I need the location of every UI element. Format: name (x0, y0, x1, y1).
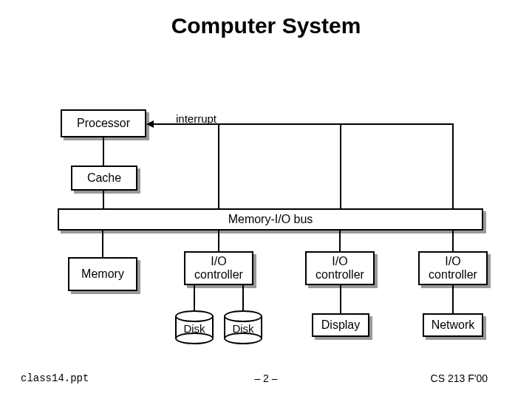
interrupt-branch-h (173, 123, 454, 125)
memory-bus-line (102, 231, 103, 257)
display-io-line (340, 285, 341, 313)
disk-1: Disk (175, 310, 214, 344)
footer-course: CS 213 F'00 (431, 372, 488, 384)
memory-box: Memory (68, 257, 137, 291)
cache-box: Cache (71, 166, 137, 191)
interrupt-arrow-icon (146, 120, 154, 128)
disk1-io-line (194, 285, 195, 312)
display-box: Display (312, 313, 369, 337)
io-controller-3: I/O controller (418, 251, 488, 285)
interrupt-v-io3 (452, 123, 454, 208)
disk-1-label: Disk (175, 322, 214, 335)
bus-box: Memory-I/O bus (58, 208, 483, 231)
interrupt-trunk (218, 123, 219, 208)
io-controller-1: I/O controller (184, 251, 253, 285)
network-box: Network (423, 313, 483, 337)
disk2-io-line (242, 285, 244, 312)
interrupt-v-io2 (340, 123, 341, 208)
io2-bus-line (339, 231, 341, 251)
disk-2: Disk (224, 310, 262, 344)
cache-bus-line (103, 191, 104, 208)
processor-box: Processor (61, 109, 146, 137)
proc-cache-line (103, 137, 104, 166)
io1-bus-line (218, 231, 219, 251)
network-io-line (452, 285, 454, 313)
interrupt-line (154, 123, 173, 125)
io-controller-2: I/O controller (305, 251, 375, 285)
io3-bus-line (452, 231, 454, 251)
disk-2-label: Disk (224, 322, 262, 335)
page-title: Computer System (0, 13, 532, 38)
